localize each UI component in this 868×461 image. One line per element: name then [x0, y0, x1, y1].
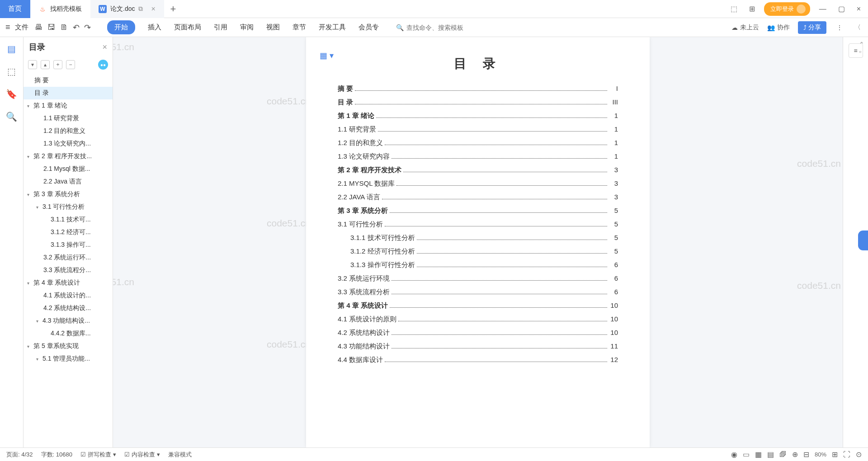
- toc-entry[interactable]: 4.1 系统设计的原则10: [338, 315, 618, 324]
- page-indicator[interactable]: 页面: 4/32: [6, 451, 33, 459]
- document-canvas[interactable]: code51.cn code51.cn code51.cn code51.cn …: [113, 37, 843, 447]
- expand-all-icon[interactable]: ▴: [41, 60, 50, 69]
- ribbon-引用[interactable]: 引用: [214, 23, 227, 32]
- view-web-icon[interactable]: ▤: [767, 450, 774, 459]
- bookmark-icon[interactable]: 🔖: [6, 89, 17, 99]
- outline-item[interactable]: ▾第 1 章 绪论: [24, 99, 113, 112]
- outline-item[interactable]: 摘 要: [24, 74, 113, 87]
- fullscreen-icon[interactable]: ⛶: [843, 451, 850, 459]
- coop-button[interactable]: 👥 协作: [767, 24, 790, 32]
- chat-icon[interactable]: ●●: [98, 60, 108, 70]
- outline-item[interactable]: 4.2 系统结构设...: [24, 302, 113, 315]
- ribbon-页面布局[interactable]: 页面布局: [174, 23, 201, 32]
- minimize-button[interactable]: —: [816, 5, 829, 13]
- outline-item[interactable]: ▾3.1 可行性分析: [24, 201, 113, 213]
- add-icon[interactable]: +: [53, 60, 62, 69]
- preview-icon[interactable]: 🗎: [60, 23, 68, 32]
- close-outline-icon[interactable]: ×: [102, 42, 107, 52]
- nav-icon[interactable]: ⬚: [7, 66, 16, 77]
- outline-item[interactable]: 3.3 系统流程分...: [24, 264, 113, 277]
- tab-template[interactable]: ♨找稻壳模板: [30, 0, 90, 18]
- outline-item[interactable]: 1.2 目的和意义: [24, 125, 113, 137]
- close-icon[interactable]: ×: [151, 5, 155, 13]
- zoom-level[interactable]: 80%: [815, 451, 826, 458]
- outline-item[interactable]: 4.1 系统设计的...: [24, 289, 113, 302]
- cloud-status[interactable]: ☁ 未上云: [731, 24, 759, 32]
- search-box[interactable]: 🔍: [396, 24, 479, 31]
- outline-item[interactable]: 1.1 研究背景: [24, 112, 113, 125]
- grid-icon[interactable]: ⊞: [746, 5, 758, 13]
- outline-item[interactable]: ▾5.1 管理员功能...: [24, 353, 113, 365]
- print-icon[interactable]: 🖫: [47, 23, 56, 32]
- page-scroll-up-icon[interactable]: ⌃▫: [859, 41, 864, 55]
- outline-item[interactable]: 3.1.1 技术可...: [24, 213, 113, 226]
- word-count[interactable]: 字数: 10680: [41, 451, 72, 459]
- undo-icon[interactable]: ↶: [73, 23, 80, 33]
- toc-entry[interactable]: 1.1 研究背景1: [338, 125, 618, 134]
- outline-item[interactable]: 2.1 Mysql 数据...: [24, 163, 113, 175]
- window-mode-icon[interactable]: ⧉: [138, 5, 143, 13]
- collapse-all-icon[interactable]: ▾: [28, 60, 37, 69]
- layout-icon[interactable]: ⬚: [728, 5, 740, 13]
- toc-entry[interactable]: 1.2 目的和意义1: [338, 138, 618, 147]
- redo-icon[interactable]: ↷: [84, 23, 91, 33]
- settings-icon[interactable]: ⊙: [856, 450, 862, 459]
- login-button[interactable]: 立即登录: [764, 2, 810, 16]
- toc-entry[interactable]: 第 3 章 系统分析5: [338, 206, 618, 215]
- maximize-button[interactable]: ▢: [835, 5, 848, 13]
- toc-entry[interactable]: 3.1.1 技术可行性分析5: [338, 233, 618, 242]
- toc-entry[interactable]: 3.3 系统流程分析6: [338, 287, 618, 296]
- toc-entry[interactable]: 目 录III: [338, 98, 618, 107]
- outline-item[interactable]: 目 录: [24, 87, 113, 99]
- toc-entry[interactable]: 4.4 数据库设计12: [338, 355, 618, 364]
- more-icon[interactable]: ⋮: [835, 24, 844, 31]
- ribbon-视图[interactable]: 视图: [266, 23, 280, 32]
- outline-list[interactable]: 摘 要目 录▾第 1 章 绪论1.1 研究背景1.2 目的和意义1.3 论文研究…: [24, 72, 113, 447]
- menu-icon[interactable]: ≡: [5, 23, 10, 32]
- outline-item[interactable]: ▾第 5 章系统实现: [24, 340, 113, 353]
- tab-home[interactable]: 首页: [0, 0, 30, 18]
- zoom-in-icon[interactable]: ⊞: [832, 450, 838, 459]
- view-page-icon[interactable]: ▭: [743, 450, 750, 459]
- outline-item[interactable]: ▾4.3 功能结构设...: [24, 315, 113, 327]
- view-eye-icon[interactable]: ◉: [731, 450, 737, 459]
- zoom-out-icon[interactable]: ⊟: [803, 450, 809, 459]
- outline-item[interactable]: 3.1.3 操作可...: [24, 239, 113, 251]
- spell-check[interactable]: ☑ 拼写检查 ▾: [80, 451, 116, 459]
- toc-entry[interactable]: 3.1.3 操作可行性分析6: [338, 260, 618, 269]
- ribbon-插入[interactable]: 插入: [148, 23, 161, 32]
- tab-document[interactable]: W论文.doc⧉×: [90, 0, 164, 18]
- outline-item[interactable]: 2.2 Java 语言: [24, 175, 113, 188]
- toc-entry[interactable]: 4.2 系统结构设计10: [338, 328, 618, 337]
- compat-mode[interactable]: 兼容模式: [168, 451, 192, 459]
- collapse-ribbon-icon[interactable]: 〈: [853, 24, 863, 32]
- outline-item[interactable]: 3.2 系统运行环...: [24, 251, 113, 264]
- close-window-button[interactable]: ×: [854, 5, 863, 13]
- outline-item[interactable]: ▾第 3 章 系统分析: [24, 188, 113, 201]
- outline-item[interactable]: ▾第 2 章 程序开发技...: [24, 150, 113, 163]
- remove-icon[interactable]: −: [66, 60, 75, 69]
- ribbon-会员专[interactable]: 会员专: [359, 23, 379, 32]
- side-handle[interactable]: [858, 230, 868, 250]
- new-tab-button[interactable]: +: [164, 3, 182, 15]
- outline-item[interactable]: 3.1.2 经济可...: [24, 226, 113, 239]
- toc-entry[interactable]: 2.1 MYSQL 数据库3: [338, 179, 618, 188]
- ribbon-审阅[interactable]: 审阅: [240, 23, 254, 32]
- toc-entry[interactable]: 2.2 JAVA 语言3: [338, 193, 618, 202]
- save-icon[interactable]: 🖶: [35, 23, 43, 32]
- ribbon-章节[interactable]: 章节: [292, 23, 306, 32]
- toc-entry[interactable]: 4.3 功能结构设计11: [338, 342, 618, 351]
- page-marker-icon[interactable]: ▦ ▾: [320, 51, 334, 61]
- outline-item[interactable]: 1.3 论文研究内...: [24, 137, 113, 150]
- toc-entry[interactable]: 1.3 论文研究内容1: [338, 152, 618, 161]
- ribbon-开始[interactable]: 开始: [107, 20, 135, 34]
- toc-entry[interactable]: 摘 要I: [338, 84, 618, 93]
- ribbon-开发工具[interactable]: 开发工具: [319, 23, 346, 32]
- toc-entry[interactable]: 第 1 章 绪论1: [338, 111, 618, 120]
- toc-entry[interactable]: 第 4 章 系统设计10: [338, 301, 618, 310]
- outline-item[interactable]: 4.4.2 数据库...: [24, 327, 113, 340]
- toc-entry[interactable]: 3.1 可行性分析5: [338, 220, 618, 229]
- find-icon[interactable]: 🔍: [6, 111, 17, 122]
- file-menu[interactable]: 文件: [15, 23, 28, 32]
- view-outline-icon[interactable]: 🗊: [779, 451, 787, 459]
